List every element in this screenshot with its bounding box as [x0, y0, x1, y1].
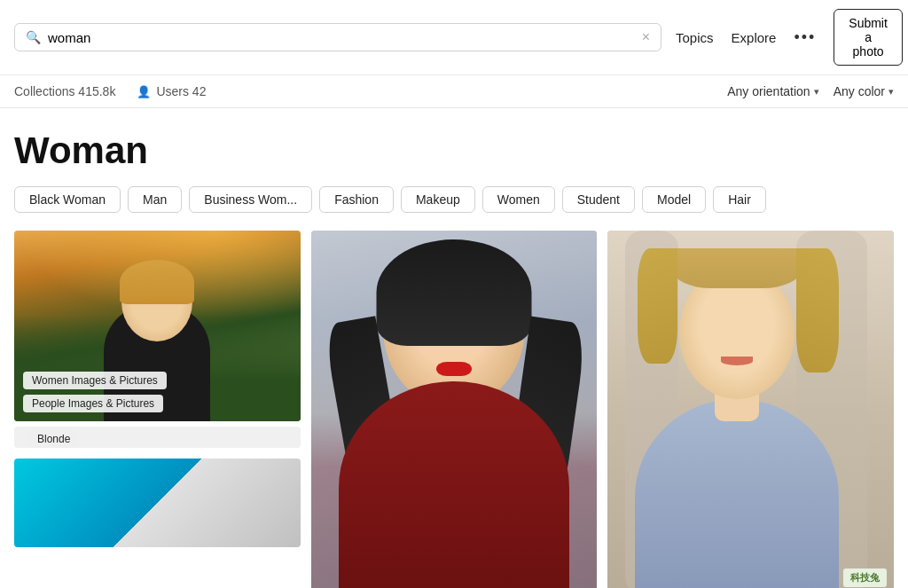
- gallery-col-2: [311, 231, 598, 588]
- nav-links: Topics Explore ••• Submit a photo: [676, 9, 903, 66]
- color-filter[interactable]: Any color ▾: [834, 84, 894, 98]
- orientation-label: Any orientation: [727, 84, 810, 98]
- topics-link[interactable]: Topics: [676, 30, 714, 45]
- more-button[interactable]: •••: [794, 28, 816, 47]
- users-label: Users 42: [156, 84, 206, 98]
- photo-card-woman-outdoor[interactable]: Women Images & Pictures People Images & …: [14, 231, 301, 421]
- photo-card-woman-red[interactable]: [311, 231, 598, 588]
- users-stat: 👤 Users 42: [137, 84, 206, 98]
- tag-black-woman[interactable]: Black Woman: [14, 186, 121, 213]
- tag-student[interactable]: Student: [562, 186, 635, 213]
- page-title-section: Woman: [0, 108, 908, 186]
- photo-card-colorful[interactable]: [14, 459, 301, 547]
- color-chevron-icon: ▾: [888, 86, 894, 98]
- gallery-col-1: Women Images & Pictures People Images & …: [14, 231, 301, 588]
- tag-business-woman[interactable]: Business Wom...: [189, 186, 312, 213]
- photo-tag-women-images: Women Images & Pictures: [23, 372, 167, 389]
- photo-tags-woman-outdoor: Women Images & Pictures People Images & …: [23, 372, 301, 412]
- tag-women[interactable]: Women: [482, 186, 555, 213]
- header: 🔍 × Topics Explore ••• Submit a photo: [0, 0, 908, 75]
- photo-tag-blonde: Blonde: [28, 430, 79, 448]
- sub-header: Collections 415.8k 👤 Users 42 Any orient…: [0, 75, 908, 108]
- photo-card-woman-stone[interactable]: 科技兔: [607, 231, 894, 588]
- orientation-filter[interactable]: Any orientation ▾: [727, 84, 818, 98]
- watermark: 科技兔: [843, 568, 887, 587]
- tags-section: Black Woman Man Business Wom... Fashion …: [0, 186, 908, 231]
- search-bar: 🔍 ×: [14, 23, 661, 51]
- search-icon: 🔍: [26, 30, 41, 44]
- explore-link[interactable]: Explore: [732, 30, 777, 45]
- clear-button[interactable]: ×: [642, 29, 650, 45]
- users-icon: 👤: [137, 85, 151, 98]
- color-label: Any color: [834, 84, 885, 98]
- orientation-chevron-icon: ▾: [814, 86, 819, 98]
- photo-card-woman-outdoor-2[interactable]: Blonde: [14, 427, 301, 448]
- gallery: Women Images & Pictures People Images & …: [0, 231, 908, 588]
- tag-model[interactable]: Model: [642, 186, 706, 213]
- tag-fashion[interactable]: Fashion: [319, 186, 394, 213]
- search-input[interactable]: [48, 30, 635, 45]
- filters: Any orientation ▾ Any color ▾: [727, 84, 894, 98]
- page-title: Woman: [14, 129, 894, 172]
- photo-tag-people-images: People Images & Pictures: [23, 395, 163, 412]
- tag-makeup[interactable]: Makeup: [401, 186, 475, 213]
- tag-hair[interactable]: Hair: [713, 186, 766, 213]
- tag-man[interactable]: Man: [128, 186, 182, 213]
- submit-photo-button[interactable]: Submit a photo: [834, 9, 903, 66]
- colorful-image: [14, 459, 301, 547]
- collections-stat: Collections 415.8k: [14, 84, 115, 98]
- gallery-col-3: 科技兔: [607, 231, 894, 588]
